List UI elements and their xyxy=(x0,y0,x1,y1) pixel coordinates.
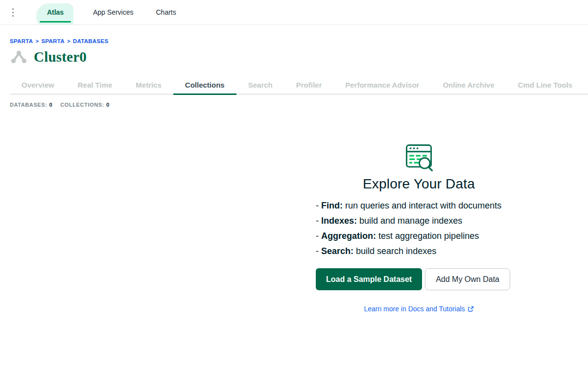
breadcrumb-link-sparta-2[interactable]: SPARTA xyxy=(41,38,64,44)
nav-tab-app-services[interactable]: App Services xyxy=(93,8,133,16)
docs-tutorials-link[interactable]: Learn more in Docs and Tutorials xyxy=(364,305,473,313)
tab-online-archive[interactable]: Online Archive xyxy=(431,76,506,95)
nav-tab-atlas[interactable]: Atlas xyxy=(39,0,71,25)
feature-item-indexes: Indexes: build and manage indexes xyxy=(316,216,501,226)
tab-real-time[interactable]: Real Time xyxy=(66,76,124,95)
tab-profiler[interactable]: Profiler xyxy=(284,76,334,95)
collection-stats: DATABASES:0 COLLECTIONS:0 xyxy=(10,102,588,108)
breadcrumb-link-sparta-1[interactable]: SPARTA xyxy=(10,38,33,44)
stat-collections: COLLECTIONS:0 xyxy=(60,102,109,108)
feature-item-aggregation: Aggregation: test aggregation pipelines xyxy=(316,231,501,241)
explore-data-empty-state: Explore Your Data Find: run queries and … xyxy=(316,141,522,313)
feature-item-find: Find: run queries and interact with docu… xyxy=(316,201,501,211)
add-my-own-data-button[interactable]: Add My Own Data xyxy=(425,268,510,290)
tab-collections[interactable]: Collections xyxy=(173,76,236,95)
tab-performance-advisor[interactable]: Performance Advisor xyxy=(333,76,431,95)
nav-tab-charts[interactable]: Charts xyxy=(156,8,176,16)
page-title-cluster-name: Cluster0 xyxy=(34,49,87,65)
tab-metrics[interactable]: Metrics xyxy=(124,76,173,95)
empty-state-buttons: Load a Sample Dataset Add My Own Data xyxy=(316,268,510,290)
breadcrumb-separator: > xyxy=(35,38,39,44)
atlas-active-underline xyxy=(40,21,71,23)
feature-list: Find: run queries and interact with docu… xyxy=(316,201,501,256)
breadcrumb-link-databases[interactable]: DATABASES xyxy=(73,38,109,44)
breadcrumb: SPARTA > SPARTA > DATABASES xyxy=(10,38,588,44)
cluster-tabbar: Overview Real Time Metrics Collections S… xyxy=(10,76,588,95)
tab-cmd-line-tools[interactable]: Cmd Line Tools xyxy=(506,76,584,95)
nav-tab-atlas-label: Atlas xyxy=(47,8,64,16)
tab-search[interactable]: Search xyxy=(236,76,284,95)
browser-search-icon xyxy=(402,141,436,174)
empty-state-title: Explore Your Data xyxy=(363,176,475,192)
stat-databases: DATABASES:0 xyxy=(10,102,52,108)
docs-tutorials-link-label: Learn more in Docs and Tutorials xyxy=(364,305,465,313)
external-link-icon xyxy=(468,306,474,312)
product-nav: Atlas App Services Charts xyxy=(0,0,588,25)
cluster-nodes-icon xyxy=(11,50,27,64)
load-sample-dataset-button[interactable]: Load a Sample Dataset xyxy=(316,268,422,290)
breadcrumb-separator: > xyxy=(67,38,71,44)
kebab-menu-icon[interactable] xyxy=(7,8,19,17)
feature-item-search: Search: build search indexes xyxy=(316,246,501,256)
tab-overview[interactable]: Overview xyxy=(10,76,66,95)
cluster-header: Cluster0 xyxy=(11,49,588,65)
